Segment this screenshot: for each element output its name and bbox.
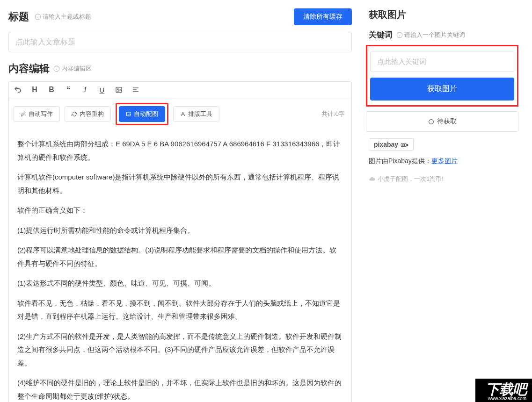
content-paragraph: (1)表达形式不同的硬件类型、颜色、味道、可见、可摸、可闻。	[17, 277, 343, 290]
editor-container: H B “ I U 自动写作 内容重构	[8, 81, 352, 402]
watermark-url: www.xiazaiba.com	[486, 396, 526, 401]
format-toolbar: H B “ I U	[9, 82, 351, 98]
heading-icon[interactable]: H	[30, 86, 39, 94]
quote-icon[interactable]: “	[64, 86, 73, 94]
align-icon[interactable]	[131, 86, 140, 94]
auto-image-button[interactable]: 自动配图	[119, 106, 165, 122]
keyword-highlight-box: 获取图片	[366, 45, 518, 107]
svg-rect-19	[407, 144, 408, 146]
content-paragraph: 计算机软件(computer software)是指计算机系统中除硬件以外的所有…	[17, 171, 343, 197]
pending-button[interactable]: 待获取	[366, 111, 518, 132]
content-header-row: 内容编辑 内容编辑区	[8, 62, 352, 76]
content-paragraph: (2)生产方式不同的软件是开发，是人类智能的高发挥，而不是传统意义上的硬件制造。…	[17, 330, 343, 370]
bold-icon[interactable]: B	[47, 86, 56, 94]
circle-icon	[428, 119, 434, 125]
keyword-hint: 请输入一个图片关键词	[396, 31, 465, 39]
content-paragraph: 软件的正确含义如下：	[17, 204, 343, 217]
action-toolbar: 自动写作 内容重构 自动配图 排版工具 共计:0字	[9, 98, 351, 130]
svg-point-16	[429, 119, 433, 124]
image-small-icon	[126, 111, 131, 117]
content-editable-area[interactable]: 整个计算机系统由两部分组成：E 69DA 5 E 6 BA 9062616964…	[9, 130, 351, 402]
pencil-icon	[21, 111, 26, 117]
cost-tip: 小虎子配图，一次1淘币!	[369, 175, 518, 183]
auto-write-button[interactable]: 自动写作	[14, 106, 60, 122]
content-paragraph: 整个计算机系统由两部分组成：E 69DA 5 E 6 BA 9062616964…	[17, 137, 343, 164]
title-header-row: 标题 请输入主题或标题 清除所有缓存	[8, 8, 352, 25]
info-icon	[53, 65, 60, 72]
info-icon	[35, 14, 41, 20]
content-paragraph: (2)程序可以满意地处理信息的数据结构。(3)说明程序功能要求和程序需要的文档的…	[17, 244, 343, 270]
pixabay-tag: pixabay	[369, 138, 414, 151]
italic-icon[interactable]: I	[81, 86, 89, 94]
content-paragraph: (4)维护不同的硬件是旧的，理论上软件是旧的，并不坏，但实际上软件也是旧的和坏的…	[17, 376, 343, 402]
camera-icon	[400, 142, 408, 147]
refresh-icon	[72, 111, 77, 117]
article-title-input[interactable]	[8, 32, 352, 52]
info-icon	[396, 32, 403, 38]
svg-point-7	[117, 89, 118, 90]
keyword-input[interactable]	[370, 51, 514, 72]
cloud-icon	[369, 176, 375, 182]
image-icon[interactable]	[115, 86, 123, 94]
word-counter: 共计:0字	[321, 110, 345, 118]
image-credit: 图片由Pixabay提供：更多图片	[369, 157, 518, 165]
watermark-text: 下载吧	[486, 381, 526, 397]
layout-icon	[180, 111, 186, 117]
watermark: 下载吧 www.xiazaiba.com	[475, 379, 532, 402]
keyword-label: 关键词	[369, 29, 393, 40]
restructure-button[interactable]: 内容重构	[65, 106, 111, 122]
keyword-label-row: 关键词 请输入一个图片关键词	[366, 29, 518, 40]
title-section-label: 标题	[8, 11, 29, 22]
auto-image-highlight: 自动配图	[116, 103, 168, 125]
undo-icon[interactable]	[14, 86, 22, 94]
more-images-link[interactable]: 更多图片	[431, 157, 458, 165]
clear-cache-button[interactable]: 清除所有缓存	[294, 8, 352, 25]
fetch-image-button[interactable]: 获取图片	[370, 78, 514, 100]
title-hint: 请输入主题或标题	[35, 13, 91, 21]
content-paragraph: 软件看不见，无色，枯燥，看不见，摸不到，闻不到。软件大部分存在于人们的头脑或纸上…	[17, 297, 343, 323]
underline-icon[interactable]: U	[98, 86, 106, 94]
content-hint: 内容编辑区	[53, 65, 92, 73]
content-section-label: 内容编辑	[8, 62, 50, 76]
svg-point-18	[403, 144, 405, 146]
fetch-image-title: 获取图片	[366, 8, 518, 21]
layout-tool-button[interactable]: 排版工具	[173, 106, 219, 122]
content-paragraph: (1)提供运行时所需功能和性能的命令或计算机程序集合。	[17, 224, 343, 237]
